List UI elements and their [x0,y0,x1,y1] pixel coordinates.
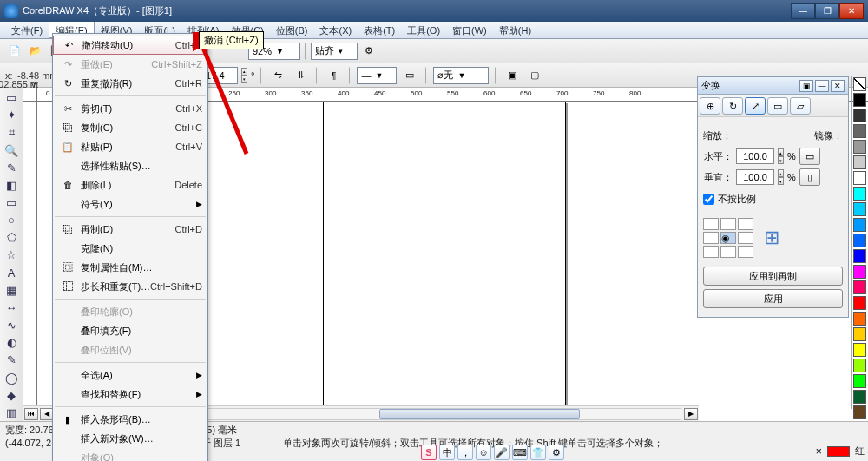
to-front-icon[interactable]: ▣ [503,66,522,85]
swatch-#654321[interactable] [853,405,866,419]
menu-item-撤消移动U[interactable]: ↶撤消移动(U)Ctrl+Z [53,36,207,55]
anchor-center[interactable]: ◉ [720,232,736,244]
mirror-h-icon[interactable]: ⇋ [268,66,287,85]
wrap-icon[interactable]: ¶ [324,66,343,85]
menu-位图[interactable]: 位图(B) [270,22,314,38]
menu-item-插入新对象W[interactable]: 插入新对象(W)… [53,429,207,448]
menu-item-查找和替换F[interactable]: 查找和替换(F)▶ [53,385,207,404]
ime-punct-icon[interactable]: ， [457,445,473,460]
swatch-none[interactable] [853,77,866,91]
swatch-#0f0[interactable] [853,374,866,388]
ellipse-tool[interactable]: ○ [2,212,21,228]
menu-工具[interactable]: 工具(O) [401,22,446,38]
menu-item-粘贴P[interactable]: 📋粘贴(P)Ctrl+V [53,137,207,156]
menu-item-重复撤消R[interactable]: ↻重复撤消(R)Ctrl+R [53,74,207,93]
panel-titlebar[interactable]: 变换 ▣ — ✕ [698,77,848,95]
ruler-vertical[interactable] [23,102,37,421]
minimize-button[interactable]: — [791,3,815,19]
v-scale-input[interactable] [736,169,774,185]
swatch-#9f0[interactable] [853,359,866,372]
snap-combo[interactable]: 贴齐 ▾ [311,43,358,60]
crop-tool[interactable]: ⌗ [2,124,21,141]
apply-duplicate-button[interactable]: 应用到再制 [703,267,843,286]
page-first-button[interactable]: ⏮ [24,408,38,420]
swatch-#06f[interactable] [853,234,866,247]
swatch-#fff[interactable] [853,171,866,185]
swatch-#f00[interactable] [853,296,866,310]
swatch-#ff0[interactable] [853,343,866,357]
menu-item-再制D[interactable]: ⿻再制(D)Ctrl+D [53,220,207,239]
menu-窗口[interactable]: 窗口(W) [446,22,493,38]
v-spinner[interactable]: ▴▾ [778,169,784,185]
ime-skin-icon[interactable]: 👕 [530,445,546,460]
swatch-#075c2e[interactable] [853,390,866,404]
swatch-#000[interactable] [853,93,866,107]
fill-indicator[interactable] [827,446,850,457]
menu-item-克隆N[interactable]: 克隆(N) [53,239,207,258]
swatch-#999[interactable] [853,140,866,154]
dimension-tool[interactable]: ↔ [2,300,21,316]
menu-item-全选A[interactable]: 全选(A)▶ [53,366,207,385]
tab-scale[interactable]: ⤢ [745,97,766,115]
ime-voice-icon[interactable]: 🎤 [494,445,510,460]
menu-item-选择性粘贴S[interactable]: 选择性粘贴(S)… [53,156,207,175]
ime-lang-icon[interactable]: 中 [439,445,455,460]
swatch-#f06[interactable] [853,280,866,294]
mirror-h-button[interactable]: ▭ [799,148,820,165]
connector-tool[interactable]: ∿ [2,317,21,333]
menu-item-插入条形码B[interactable]: ▮插入条形码(B)… [53,410,207,429]
outline-width-combo[interactable]: ⌀ 无▼ [433,67,489,84]
nonproportional-checkbox[interactable] [703,194,714,205]
ime-keyboard-icon[interactable]: ⌨ [512,445,528,460]
menu-文件[interactable]: 文件(F) [5,22,49,38]
swatch-#fc0[interactable] [853,327,866,341]
open-icon[interactable]: 📂 [26,42,45,61]
swatch-#666[interactable] [853,124,866,138]
swatch-#f60[interactable] [853,312,866,326]
menu-item-剪切T[interactable]: ✂剪切(T)Ctrl+X [53,99,207,118]
close-button[interactable]: ✕ [839,3,864,19]
freehand-tool[interactable]: ✎ [2,160,21,176]
menu-表格[interactable]: 表格(T) [358,22,401,38]
panel-rollup-button[interactable]: ▣ [799,80,813,92]
menu-帮助[interactable]: 帮助(H) [493,22,537,38]
outline-style-combo[interactable]: —▼ [357,67,397,84]
swatch-#00f[interactable] [853,249,866,263]
mirror-v-icon[interactable]: ⥮ [291,66,310,85]
new-icon[interactable]: 📄 [5,42,24,61]
table-tool[interactable]: ▦ [2,282,21,299]
pick-tool[interactable]: ▭ [2,89,21,106]
ime-emoji-icon[interactable]: ☺ [476,445,491,460]
tab-size[interactable]: ▭ [767,97,788,115]
menu-item-复制属性自M[interactable]: ⿴复制属性自(M)… [53,258,207,277]
swatch-#0cf[interactable] [853,202,866,216]
h-scrollbar[interactable] [178,408,681,420]
swatch-#f0f[interactable] [853,265,866,279]
shape-tool[interactable]: ✦ [2,107,21,123]
sogou-ime-icon[interactable]: S [421,445,437,460]
interactivefill-tool[interactable]: ▥ [2,405,21,421]
panel-close-button[interactable]: ✕ [831,80,845,92]
ime-settings-icon[interactable]: ⚙ [549,445,564,460]
menu-item-叠印填充F[interactable]: 叠印填充(F) [53,321,207,340]
menu-文本[interactable]: 文本(X) [313,22,358,38]
swatch-#ccc[interactable] [853,155,866,169]
anchor-grid[interactable]: ◉ [703,218,753,258]
swatch-#09f[interactable] [853,218,866,232]
outline-tool[interactable]: ◯ [2,370,21,386]
rotate-spinner[interactable]: ▴▾ [241,68,247,83]
to-back-icon[interactable]: ▢ [525,66,544,85]
zoom-tool[interactable]: 🔍 [2,142,21,158]
panel-minimize-button[interactable]: — [815,80,829,92]
rectangle-tool[interactable]: ▭ [2,194,21,211]
scroll-right-button[interactable]: ▶ [684,408,698,420]
tab-position[interactable]: ⊕ [700,97,720,115]
menu-item-复制C[interactable]: ⿻复制(C)Ctrl+C [53,118,207,137]
h-scale-input[interactable] [736,148,774,164]
tab-skew[interactable]: ▱ [790,97,811,115]
mirror-v-button[interactable]: ▯ [799,168,820,186]
menu-item-步长和重复T[interactable]: ⿲步长和重复(T)…Ctrl+Shift+D [53,277,207,296]
maximize-button[interactable]: ❐ [815,3,839,19]
options-icon[interactable]: ⚙ [359,42,378,61]
swatch-#333[interactable] [853,109,866,122]
